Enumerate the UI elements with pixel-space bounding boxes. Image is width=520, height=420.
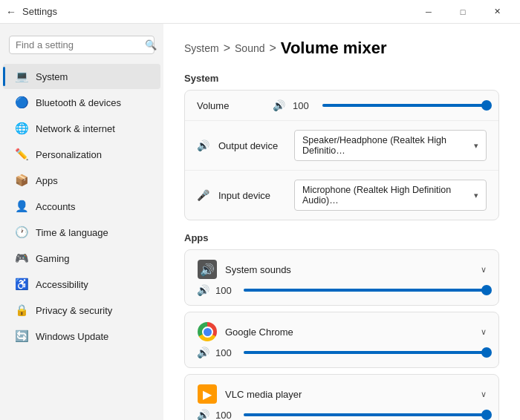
chrome-fill [244,351,487,354]
chrome-vol-value: 100 [215,347,238,358]
volume-value: 100 [293,100,315,111]
windows-update-icon: 🔄 [15,329,28,343]
app-title-row: 🔊 System sounds [197,259,291,280]
app-card-chrome: Google Chrome ∨ 🔊 100 [184,312,499,368]
sidebar-item-personalization[interactable]: ✏️ Personalization [3,142,160,167]
vlc-expand-icon[interactable]: ∨ [481,390,487,399]
sys-sounds-thumb[interactable] [481,285,492,295]
sidebar-item-accounts[interactable]: 👤 Accounts [3,194,160,219]
sidebar-nav: 💻 System 🔵 Bluetooth & devices 🌐 Network… [0,63,163,350]
sidebar: 🔍 💻 System 🔵 Bluetooth & devices 🌐 Netwo… [0,24,163,420]
sidebar-item-label-personalization: Personalization [36,149,102,160]
titlebar-controls: ─ □ ✕ [412,0,514,24]
accounts-icon: 👤 [15,200,28,213]
input-device-row: 🎤 Input device Microphone (Realtek High … [185,171,498,220]
chrome-icon-wrap [197,321,218,342]
maximize-button[interactable]: □ [446,0,480,24]
sidebar-item-system[interactable]: 💻 System [3,64,160,89]
sidebar-item-windows-update[interactable]: 🔄 Windows Update [3,324,160,349]
output-device-dropdown[interactable]: Speaker/Headphone (Realtek High Definiti… [294,130,487,161]
output-device-row: 🔊 Output device Speaker/Headphone (Realt… [185,121,498,171]
system-sounds-volume-row: 🔊 100 [197,284,487,296]
sidebar-item-time[interactable]: 🕐 Time & language [3,220,160,245]
vlc-fill [244,413,487,416]
input-label: Input device [218,190,285,201]
sys-sounds-fill [244,289,487,292]
app-card-system-sounds: 🔊 System sounds ∨ 🔊 100 [184,249,499,306]
vlc-thumb[interactable] [481,410,492,420]
vlc-slider[interactable] [244,413,487,416]
chrome-slider[interactable] [244,351,487,354]
time-icon: 🕐 [15,226,28,239]
output-icon: 🔊 [197,140,209,151]
sidebar-item-apps[interactable]: 📦 Apps [3,168,160,193]
minimize-button[interactable]: ─ [412,0,446,24]
breadcrumb-current: Volume mixer [281,39,387,58]
app-name-chrome: Google Chrome [225,327,293,338]
input-device-dropdown[interactable]: Microphone (Realtek High Definition Audi… [294,180,487,211]
network-icon: 🌐 [15,122,28,135]
system-sounds-icon: 🔊 [198,260,217,279]
vlc-vol-value: 100 [215,410,238,421]
close-button[interactable]: ✕ [480,0,514,24]
vlc-volume-row: 🔊 100 [197,409,487,420]
app-title-row-chrome: Google Chrome [197,321,293,342]
breadcrumb-sep2: > [270,42,276,55]
app-name-system-sounds: System sounds [225,264,291,275]
chrome-volume-row: 🔊 100 [197,347,487,358]
sidebar-item-gaming[interactable]: 🎮 Gaming [3,246,160,271]
accessibility-icon: ♿ [15,278,28,291]
sidebar-item-label-time: Time & language [36,227,108,238]
sidebar-item-label-windows-update: Windows Update [36,331,108,342]
sys-vol-value: 100 [215,285,238,296]
volume-slider-track[interactable] [322,104,487,107]
chrome-icon [198,322,217,341]
sidebar-item-label-privacy: Privacy & security [36,305,112,316]
chrome-thumb[interactable] [481,347,492,358]
sidebar-item-label-bluetooth: Bluetooth & devices [36,97,121,108]
sidebar-item-label-gaming: Gaming [36,253,70,264]
breadcrumb: System > Sound > Volume mixer [184,39,499,58]
apps-icon: 📦 [15,174,28,187]
output-chevron-icon: ▾ [474,141,478,151]
chrome-expand-icon[interactable]: ∨ [481,327,487,337]
personalization-icon: ✏️ [15,148,28,161]
gaming-icon: 🎮 [15,252,28,265]
sidebar-item-label-apps: Apps [36,175,58,186]
sidebar-item-network[interactable]: 🌐 Network & internet [3,116,160,141]
chrome-vol-icon: 🔊 [197,347,209,358]
sidebar-item-privacy[interactable]: 🔒 Privacy & security [3,298,160,323]
input-device-value: Microphone (Realtek High Definition Audi… [302,185,469,206]
search-icon: 🔍 [145,39,157,50]
sidebar-item-label-system: System [36,71,68,82]
volume-slider-fill [322,104,487,107]
system-icon: 💻 [15,70,28,83]
breadcrumb-system[interactable]: System [184,42,219,54]
volume-icon: 🔊 [273,99,285,111]
output-label: Output device [218,140,285,151]
input-icon: 🎤 [197,189,209,201]
search-box[interactable]: 🔍 [9,36,155,54]
breadcrumb-sound[interactable]: Sound [235,42,264,54]
volume-row: Volume 🔊 100 [185,91,498,121]
system-sounds-expand-icon[interactable]: ∨ [481,265,487,275]
back-nav-icon[interactable]: ← [6,6,16,18]
app-header-system-sounds: 🔊 System sounds ∨ [197,259,487,280]
vlc-icon-wrap: ▶ [197,384,218,404]
system-sounds-icon-wrap: 🔊 [197,259,218,280]
app-card-vlc: ▶ VLC media player ∨ 🔊 100 [184,374,499,420]
app-header-vlc: ▶ VLC media player ∨ [197,384,487,404]
app-title-row-vlc: ▶ VLC media player [197,384,302,404]
app-name-vlc: VLC media player [225,389,302,400]
app-container: 🔍 💻 System 🔵 Bluetooth & devices 🌐 Netwo… [0,24,520,420]
app-header-chrome: Google Chrome ∨ [197,321,487,342]
sidebar-item-accessibility[interactable]: ♿ Accessibility [3,272,160,297]
search-input[interactable] [16,39,140,50]
volume-control: 🔊 100 [273,99,487,111]
volume-slider-thumb[interactable] [481,100,492,111]
sidebar-item-bluetooth[interactable]: 🔵 Bluetooth & devices [3,90,160,115]
privacy-icon: 🔒 [15,303,28,317]
sidebar-item-label-accounts: Accounts [36,201,75,212]
titlebar-left: ← Settings [6,6,57,18]
sys-sounds-slider[interactable] [244,289,487,292]
